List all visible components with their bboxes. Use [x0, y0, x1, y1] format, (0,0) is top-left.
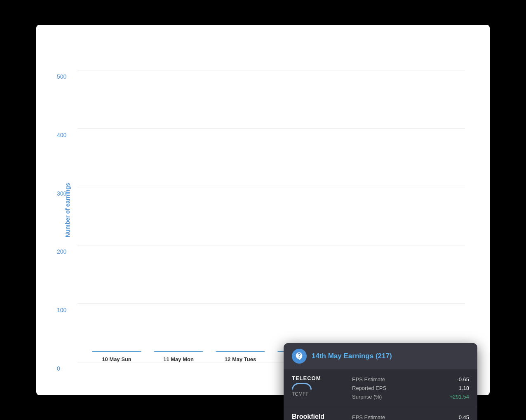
company-name-brookfield: Brookfield — [292, 413, 345, 420]
y-tick-100: 100 — [57, 307, 66, 313]
tooltip-company-telecom: TELECOM TCMFF EPS Estimate -0.65 Reporte… — [284, 369, 477, 407]
y-tick-500: 500 — [57, 73, 66, 80]
company-ticker-telecom: TCMFF — [292, 391, 345, 397]
metric-eps-estimate-brookfield: EPS Estimate 0.45 — [352, 413, 469, 420]
bar-mon[interactable] — [154, 351, 203, 352]
metric-reported-eps-telecom: Reported EPS 1.18 — [352, 384, 469, 392]
metric-value-reported-telecom: 1.18 — [459, 385, 469, 391]
y-tick-300: 300 — [57, 190, 66, 197]
metric-label-reported: Reported EPS — [352, 385, 386, 391]
bar-group-tues[interactable]: 12 May Tues — [209, 351, 271, 362]
tooltip-company-brookfield: Brookfield BAM EPS Estimate 0.45 Reporte… — [284, 407, 477, 420]
bar-group-sun[interactable]: 10 May Sun — [86, 351, 148, 362]
chart-container: Number of earnings 500 400 300 200 100 0 — [36, 25, 490, 395]
company-info-telecom: TELECOM TCMFF — [292, 375, 345, 397]
metric-value-eps-est-telecom: -0.65 — [457, 376, 469, 383]
metric-label-eps-est: EPS Estimate — [352, 376, 385, 383]
metric-surprise-telecom: Surprise (%) +291.54 — [352, 392, 469, 401]
bars-container: 10 May Sun 11 May Mon 12 May Tues 13 May… — [77, 41, 465, 362]
tooltip: 14th May Earnings (217) TELECOM TCMFF EP… — [284, 343, 477, 420]
bar-label-mon: 11 May Mon — [163, 356, 194, 362]
company-info-brookfield: Brookfield BAM — [292, 413, 345, 420]
bar-group-thu[interactable]: 14th May Earnings (217) TELECOM TCMFF EP… — [333, 351, 395, 362]
bar-tues[interactable] — [216, 351, 265, 352]
bar-label-tues: 12 May Tues — [225, 356, 256, 362]
y-tick-400: 400 — [57, 132, 66, 138]
earnings-icon — [292, 349, 307, 364]
company-metrics-brookfield: EPS Estimate 0.45 Reported EPS -0.2 Surp… — [352, 413, 469, 420]
bar-group-mon[interactable]: 11 May Mon — [148, 351, 209, 362]
metric-value-eps-est-brookfield: 0.45 — [459, 414, 469, 420]
metric-label-eps-est-b: EPS Estimate — [352, 414, 385, 420]
bar-sun[interactable] — [92, 351, 141, 352]
tooltip-title: 14th May Earnings (217) — [312, 352, 392, 360]
bar-label-sun: 10 May Sun — [102, 356, 132, 362]
metric-label-surprise: Surprise (%) — [352, 394, 382, 400]
metric-value-surprise-telecom: +291.54 — [450, 394, 469, 400]
chart-area: 500 400 300 200 100 0 10 — [77, 41, 465, 362]
y-tick-0: 0 — [57, 365, 60, 372]
y-tick-200: 200 — [57, 248, 66, 255]
company-arc-telecom — [292, 383, 312, 390]
company-metrics-telecom: EPS Estimate -0.65 Reported EPS 1.18 Sur… — [352, 375, 469, 401]
company-name-telecom: TELECOM — [292, 375, 345, 381]
tooltip-header: 14th May Earnings (217) — [284, 343, 477, 369]
metric-eps-estimate-telecom: EPS Estimate -0.65 — [352, 375, 469, 384]
